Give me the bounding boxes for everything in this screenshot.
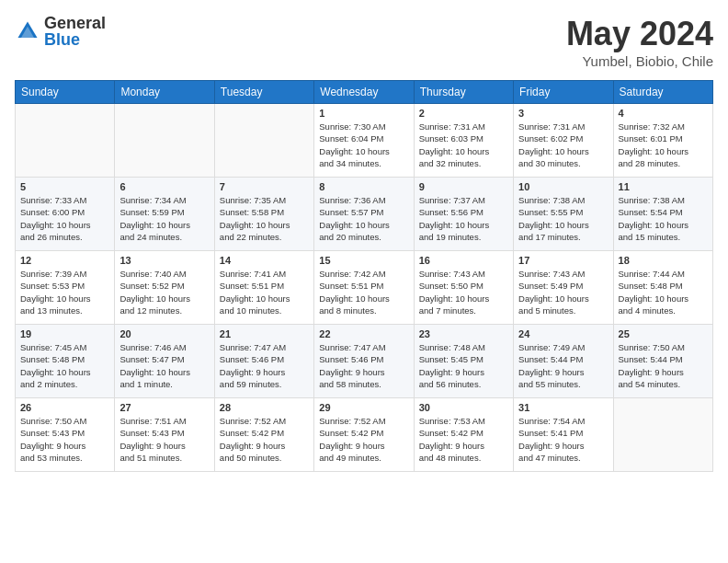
day-info: Sunrise: 7:41 AM Sunset: 5:51 PM Dayligh… <box>220 268 309 316</box>
calendar-cell: 24Sunrise: 7:49 AM Sunset: 5:44 PM Dayli… <box>514 325 613 398</box>
calendar-cell <box>16 104 115 178</box>
calendar-location: Yumbel, Biobio, Chile <box>566 53 713 69</box>
day-number: 5 <box>20 181 109 192</box>
day-info: Sunrise: 7:40 AM Sunset: 5:52 PM Dayligh… <box>119 268 209 316</box>
day-info: Sunrise: 7:53 AM Sunset: 5:42 PM Dayligh… <box>419 415 508 464</box>
day-number: 16 <box>419 255 508 266</box>
day-number: 27 <box>119 402 209 413</box>
day-number: 1 <box>319 108 408 119</box>
day-header-row: SundayMondayTuesdayWednesdayThursdayFrid… <box>16 81 713 104</box>
day-number: 15 <box>319 255 408 266</box>
page: General Blue May 2024 Yumbel, Biobio, Ch… <box>0 0 728 487</box>
calendar-title: May 2024 <box>566 15 713 53</box>
calendar-cell: 25Sunrise: 7:50 AM Sunset: 5:44 PM Dayli… <box>613 325 712 398</box>
calendar-cell: 9Sunrise: 7:37 AM Sunset: 5:56 PM Daylig… <box>414 178 513 251</box>
calendar-cell: 3Sunrise: 7:31 AM Sunset: 6:02 PM Daylig… <box>514 104 613 178</box>
day-info: Sunrise: 7:45 AM Sunset: 5:48 PM Dayligh… <box>20 341 109 390</box>
calendar-cell: 7Sunrise: 7:35 AM Sunset: 5:58 PM Daylig… <box>214 178 313 251</box>
day-info: Sunrise: 7:39 AM Sunset: 5:53 PM Dayligh… <box>20 268 109 316</box>
day-info: Sunrise: 7:35 AM Sunset: 5:58 PM Dayligh… <box>220 194 309 243</box>
day-number: 6 <box>119 181 209 192</box>
day-header-friday: Friday <box>514 81 613 104</box>
calendar-cell: 4Sunrise: 7:32 AM Sunset: 6:01 PM Daylig… <box>613 104 712 178</box>
day-number: 12 <box>20 255 109 266</box>
week-row-2: 12Sunrise: 7:39 AM Sunset: 5:53 PM Dayli… <box>16 251 713 325</box>
calendar-cell: 11Sunrise: 7:38 AM Sunset: 5:54 PM Dayli… <box>613 178 712 251</box>
day-number: 26 <box>20 402 109 413</box>
day-number: 23 <box>419 328 508 339</box>
week-row-4: 26Sunrise: 7:50 AM Sunset: 5:43 PM Dayli… <box>16 398 713 472</box>
week-row-1: 5Sunrise: 7:33 AM Sunset: 6:00 PM Daylig… <box>16 178 713 251</box>
calendar-cell: 26Sunrise: 7:50 AM Sunset: 5:43 PM Dayli… <box>16 398 115 472</box>
day-number: 8 <box>319 181 408 192</box>
calendar-cell <box>613 398 712 472</box>
logo-blue-text: Blue <box>44 31 106 48</box>
calendar-cell: 12Sunrise: 7:39 AM Sunset: 5:53 PM Dayli… <box>16 251 115 325</box>
calendar-cell: 31Sunrise: 7:54 AM Sunset: 5:41 PM Dayli… <box>514 398 613 472</box>
day-number: 3 <box>518 108 608 119</box>
day-info: Sunrise: 7:47 AM Sunset: 5:46 PM Dayligh… <box>220 341 309 390</box>
day-header-thursday: Thursday <box>414 81 513 104</box>
day-info: Sunrise: 7:49 AM Sunset: 5:44 PM Dayligh… <box>518 341 608 390</box>
calendar-cell: 13Sunrise: 7:40 AM Sunset: 5:52 PM Dayli… <box>115 251 214 325</box>
day-info: Sunrise: 7:51 AM Sunset: 5:43 PM Dayligh… <box>119 415 209 464</box>
day-number: 20 <box>119 328 209 339</box>
day-header-monday: Monday <box>115 81 214 104</box>
day-info: Sunrise: 7:46 AM Sunset: 5:47 PM Dayligh… <box>119 341 209 390</box>
day-number: 14 <box>220 255 309 266</box>
calendar-cell: 14Sunrise: 7:41 AM Sunset: 5:51 PM Dayli… <box>214 251 313 325</box>
day-number: 7 <box>220 181 309 192</box>
week-row-3: 19Sunrise: 7:45 AM Sunset: 5:48 PM Dayli… <box>16 325 713 398</box>
day-info: Sunrise: 7:31 AM Sunset: 6:02 PM Dayligh… <box>518 121 608 169</box>
day-number: 21 <box>220 328 309 339</box>
day-number: 24 <box>518 328 608 339</box>
day-info: Sunrise: 7:48 AM Sunset: 5:45 PM Dayligh… <box>419 341 508 390</box>
calendar-cell: 10Sunrise: 7:38 AM Sunset: 5:55 PM Dayli… <box>514 178 613 251</box>
day-number: 22 <box>319 328 408 339</box>
day-info: Sunrise: 7:38 AM Sunset: 5:55 PM Dayligh… <box>518 194 608 243</box>
calendar-cell: 19Sunrise: 7:45 AM Sunset: 5:48 PM Dayli… <box>16 325 115 398</box>
calendar-cell: 1Sunrise: 7:30 AM Sunset: 6:04 PM Daylig… <box>314 104 414 178</box>
calendar-table: SundayMondayTuesdayWednesdayThursdayFrid… <box>15 80 713 472</box>
day-info: Sunrise: 7:30 AM Sunset: 6:04 PM Dayligh… <box>319 121 408 169</box>
day-header-saturday: Saturday <box>613 81 712 104</box>
calendar-cell: 23Sunrise: 7:48 AM Sunset: 5:45 PM Dayli… <box>414 325 513 398</box>
day-number: 4 <box>619 108 708 119</box>
day-number: 31 <box>518 402 608 413</box>
day-number: 19 <box>20 328 109 339</box>
day-number: 25 <box>619 328 708 339</box>
day-info: Sunrise: 7:38 AM Sunset: 5:54 PM Dayligh… <box>619 194 708 243</box>
logo-general-text: General <box>44 15 106 31</box>
day-info: Sunrise: 7:52 AM Sunset: 5:42 PM Dayligh… <box>220 415 309 464</box>
header: General Blue May 2024 Yumbel, Biobio, Ch… <box>15 15 713 69</box>
day-number: 30 <box>419 402 508 413</box>
day-info: Sunrise: 7:36 AM Sunset: 5:57 PM Dayligh… <box>319 194 408 243</box>
day-header-wednesday: Wednesday <box>314 81 414 104</box>
calendar-cell: 17Sunrise: 7:43 AM Sunset: 5:49 PM Dayli… <box>514 251 613 325</box>
day-info: Sunrise: 7:37 AM Sunset: 5:56 PM Dayligh… <box>419 194 508 243</box>
logo: General Blue <box>15 15 106 48</box>
calendar-cell: 2Sunrise: 7:31 AM Sunset: 6:03 PM Daylig… <box>414 104 513 178</box>
calendar-cell: 6Sunrise: 7:34 AM Sunset: 5:59 PM Daylig… <box>115 178 214 251</box>
day-info: Sunrise: 7:44 AM Sunset: 5:48 PM Dayligh… <box>619 268 708 316</box>
day-number: 17 <box>518 255 608 266</box>
calendar-cell <box>214 104 313 178</box>
day-info: Sunrise: 7:52 AM Sunset: 5:42 PM Dayligh… <box>319 415 408 464</box>
calendar-cell: 16Sunrise: 7:43 AM Sunset: 5:50 PM Dayli… <box>414 251 513 325</box>
day-info: Sunrise: 7:33 AM Sunset: 6:00 PM Dayligh… <box>20 194 109 243</box>
calendar-cell: 15Sunrise: 7:42 AM Sunset: 5:51 PM Dayli… <box>314 251 414 325</box>
calendar-cell: 27Sunrise: 7:51 AM Sunset: 5:43 PM Dayli… <box>115 398 214 472</box>
day-info: Sunrise: 7:50 AM Sunset: 5:44 PM Dayligh… <box>619 341 708 390</box>
day-number: 29 <box>319 402 408 413</box>
calendar-cell: 28Sunrise: 7:52 AM Sunset: 5:42 PM Dayli… <box>214 398 313 472</box>
day-info: Sunrise: 7:47 AM Sunset: 5:46 PM Dayligh… <box>319 341 408 390</box>
day-info: Sunrise: 7:32 AM Sunset: 6:01 PM Dayligh… <box>619 121 708 169</box>
logo-text: General Blue <box>44 15 106 48</box>
day-info: Sunrise: 7:43 AM Sunset: 5:49 PM Dayligh… <box>518 268 608 316</box>
day-info: Sunrise: 7:43 AM Sunset: 5:50 PM Dayligh… <box>419 268 508 316</box>
calendar-cell: 18Sunrise: 7:44 AM Sunset: 5:48 PM Dayli… <box>613 251 712 325</box>
day-number: 18 <box>619 255 708 266</box>
week-row-0: 1Sunrise: 7:30 AM Sunset: 6:04 PM Daylig… <box>16 104 713 178</box>
day-info: Sunrise: 7:50 AM Sunset: 5:43 PM Dayligh… <box>20 415 109 464</box>
logo-icon <box>15 18 40 44</box>
